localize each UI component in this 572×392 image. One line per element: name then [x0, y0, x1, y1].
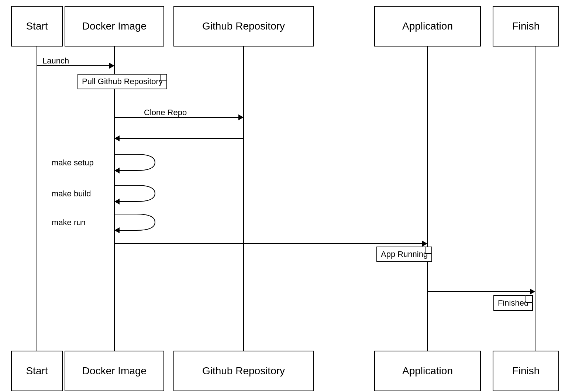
label-clone-repo: Clone Repo — [144, 108, 187, 117]
note-pull-github: Pull Github Repository — [77, 74, 167, 89]
svg-marker-6 — [109, 63, 114, 69]
label-make-run: make run — [52, 218, 86, 227]
lifeline-github-top: Github Repository — [173, 6, 314, 47]
lifeline-start-bottom: Start — [11, 351, 63, 391]
label-make-build: make build — [52, 189, 91, 199]
svg-marker-19 — [114, 227, 120, 233]
svg-marker-13 — [114, 168, 120, 173]
note-finished: Finished — [493, 295, 533, 311]
lifeline-github-bottom: Github Repository — [173, 351, 314, 391]
note-app-running: App Running — [376, 247, 432, 262]
svg-marker-16 — [114, 199, 120, 204]
svg-marker-10 — [114, 135, 120, 141]
sequence-diagram: Start Docker Image Github Repository App… — [0, 0, 572, 392]
svg-marker-21 — [422, 241, 427, 247]
lifeline-docker-top: Docker Image — [65, 6, 164, 47]
label-make-setup: make setup — [52, 158, 94, 168]
lifeline-application-top: Application — [374, 6, 481, 47]
lifeline-application-bottom: Application — [374, 351, 481, 391]
lifeline-finish-bottom: Finish — [493, 351, 559, 391]
label-launch: Launch — [42, 56, 69, 66]
lifeline-docker-bottom: Docker Image — [65, 351, 164, 391]
lifeline-finish-top: Finish — [493, 6, 559, 47]
lifeline-start-top: Start — [11, 6, 63, 47]
svg-marker-8 — [238, 114, 244, 120]
svg-marker-23 — [530, 289, 535, 295]
